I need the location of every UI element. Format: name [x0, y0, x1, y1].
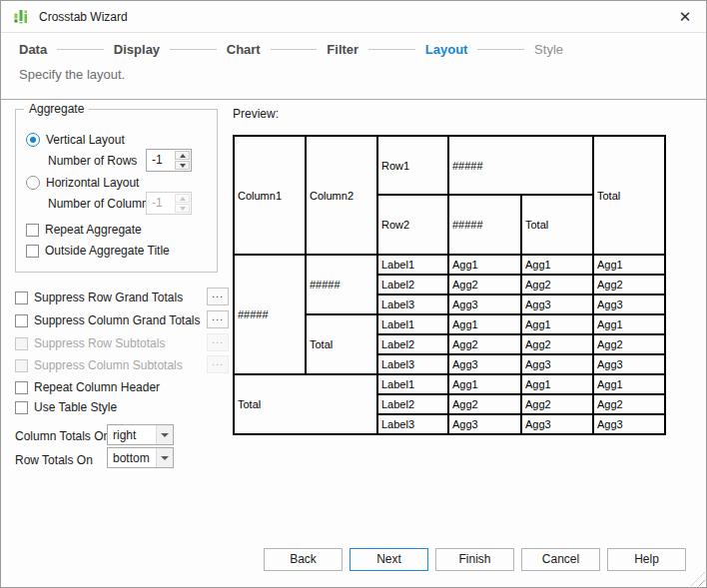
- title-bar: Crosstab Wizard ✕: [1, 1, 706, 33]
- repeat-aggregate-checkbox[interactable]: [26, 224, 39, 237]
- outside-aggregate-title-checkbox[interactable]: [26, 245, 39, 258]
- step-connector: [477, 49, 524, 50]
- number-of-rows-stepper[interactable]: -1: [146, 149, 192, 172]
- preview-cell: Agg2: [521, 275, 593, 294]
- step-style[interactable]: Style: [534, 42, 563, 57]
- row-totals-on-value[interactable]: bottom: [108, 448, 156, 467]
- step-connector: [271, 49, 318, 50]
- preview-cell: Label2: [377, 394, 448, 414]
- horizontal-layout-label[interactable]: Horizontal Layout: [46, 176, 139, 190]
- repeat-aggregate-label[interactable]: Repeat Aggregate: [45, 223, 142, 237]
- vertical-layout-radio[interactable]: [26, 133, 40, 147]
- aggregate-group-label: Aggregate: [24, 102, 89, 116]
- suppress-row-grand-totals-checkbox[interactable]: [15, 292, 28, 304]
- footer-buttons: Back Next Finish Cancel Help: [264, 548, 686, 571]
- suppress-row-subtotals-label: Suppress Row Subtotals: [34, 336, 165, 350]
- preview-cell: Label2: [377, 275, 448, 294]
- chevron-down-icon[interactable]: [156, 448, 173, 467]
- cancel-button[interactable]: Cancel: [521, 548, 600, 571]
- preview-cell: Agg2: [448, 334, 521, 354]
- number-of-rows-value[interactable]: -1: [147, 150, 174, 171]
- preview-cell: #####: [448, 136, 593, 195]
- column-totals-on-select[interactable]: right: [107, 424, 174, 445]
- rows-step-up-icon[interactable]: [175, 151, 190, 160]
- window-title: Crosstab Wizard: [39, 10, 128, 24]
- preview-cell: Label2: [377, 334, 448, 354]
- suppress-column-subtotals-more-button: ...: [207, 355, 229, 373]
- repeat-column-header-option[interactable]: Repeat Column Header: [15, 378, 215, 396]
- suppress-column-grand-totals-label[interactable]: Suppress Column Grand Totals: [34, 313, 201, 327]
- column-totals-on-value[interactable]: right: [108, 425, 156, 444]
- use-table-style-option[interactable]: Use Table Style: [15, 398, 215, 416]
- wizard-steps: Data Display Chart Filter Layout Style: [19, 39, 563, 59]
- repeat-column-header-label[interactable]: Repeat Column Header: [34, 380, 160, 394]
- preview-label: Preview:: [233, 107, 279, 121]
- aggregate-groupbox: Aggregate Vertical Layout Number of Rows…: [15, 109, 218, 273]
- preview-cell: Total: [234, 374, 377, 434]
- finish-button[interactable]: Finish: [435, 548, 514, 571]
- preview-cell: Label3: [377, 294, 448, 314]
- preview-cell: Agg3: [448, 294, 521, 314]
- number-of-rows-row: Number of Rows: [48, 154, 137, 168]
- preview-cell: Agg2: [593, 394, 665, 414]
- preview-cell: Label1: [377, 374, 448, 394]
- preview-cell: Agg2: [593, 275, 665, 294]
- suppress-row-grand-totals-option[interactable]: Suppress Row Grand Totals ...: [15, 289, 215, 306]
- outside-aggregate-title-option[interactable]: Outside Aggregate Title: [26, 244, 170, 258]
- preview-cell: Label3: [377, 354, 448, 374]
- step-display[interactable]: Display: [114, 42, 160, 57]
- page-subtitle: Specify the layout.: [19, 67, 125, 82]
- step-data[interactable]: Data: [19, 42, 47, 57]
- row-totals-on-label: Row Totals On: [15, 453, 93, 467]
- suppress-column-grand-totals-checkbox[interactable]: [15, 314, 28, 327]
- repeat-aggregate-option[interactable]: Repeat Aggregate: [26, 223, 142, 237]
- use-table-style-checkbox[interactable]: [15, 401, 28, 414]
- header-separator: [1, 99, 706, 100]
- preview-cell: Agg3: [593, 294, 665, 314]
- step-chart[interactable]: Chart: [227, 42, 261, 57]
- preview-cell: Agg1: [448, 314, 521, 334]
- help-button[interactable]: Help: [607, 548, 686, 571]
- preview-cell: Total: [521, 195, 593, 255]
- step-layout[interactable]: Layout: [425, 42, 468, 57]
- resize-grip[interactable]: [691, 572, 705, 586]
- preview-cell: Agg2: [593, 334, 665, 354]
- close-icon[interactable]: ✕: [676, 8, 694, 26]
- vertical-layout-option[interactable]: Vertical Layout: [26, 133, 125, 147]
- preview-cell: Agg3: [448, 414, 521, 434]
- preview-table: Column1 Column2 Row1 ##### Total Row2 ##…: [233, 135, 666, 435]
- suppress-row-grand-totals-label[interactable]: Suppress Row Grand Totals: [34, 291, 183, 304]
- preview-cell: Label1: [377, 314, 448, 334]
- suppress-column-grand-totals-option[interactable]: Suppress Column Grand Totals ...: [15, 311, 215, 329]
- back-button[interactable]: Back: [264, 548, 343, 571]
- next-button[interactable]: Next: [350, 548, 428, 571]
- step-connector: [368, 49, 415, 50]
- row-totals-on-select[interactable]: bottom: [107, 447, 174, 468]
- step-connector: [57, 49, 104, 50]
- preview-cell: Agg2: [521, 394, 593, 414]
- preview-cell: Agg2: [521, 334, 593, 354]
- step-filter[interactable]: Filter: [327, 42, 358, 57]
- preview-cell: Agg3: [521, 354, 593, 374]
- suppress-column-grand-totals-more-button[interactable]: ...: [207, 310, 229, 328]
- rows-step-down-icon[interactable]: [175, 161, 190, 170]
- preview-cell: Agg3: [521, 294, 593, 314]
- preview-cell: #####: [234, 255, 306, 374]
- preview-cell: Agg1: [593, 314, 665, 334]
- preview-cell: Label1: [377, 255, 448, 275]
- outside-aggregate-title-label[interactable]: Outside Aggregate Title: [45, 244, 170, 258]
- vertical-layout-label[interactable]: Vertical Layout: [46, 133, 125, 147]
- columns-step-up-icon: [175, 194, 190, 203]
- repeat-column-header-checkbox[interactable]: [15, 381, 28, 394]
- preview-cell: Column2: [306, 136, 377, 255]
- step-connector: [170, 49, 217, 50]
- preview-cell: Row1: [377, 136, 448, 195]
- suppress-row-grand-totals-more-button[interactable]: ...: [207, 288, 229, 305]
- preview-cell: #####: [448, 195, 521, 255]
- horizontal-layout-option[interactable]: Horizontal Layout: [26, 176, 139, 190]
- chevron-down-icon[interactable]: [156, 425, 173, 444]
- use-table-style-label[interactable]: Use Table Style: [34, 400, 117, 414]
- horizontal-layout-radio[interactable]: [26, 176, 40, 190]
- number-of-rows-label: Number of Rows: [48, 154, 137, 168]
- preview-cell: Agg3: [521, 414, 593, 434]
